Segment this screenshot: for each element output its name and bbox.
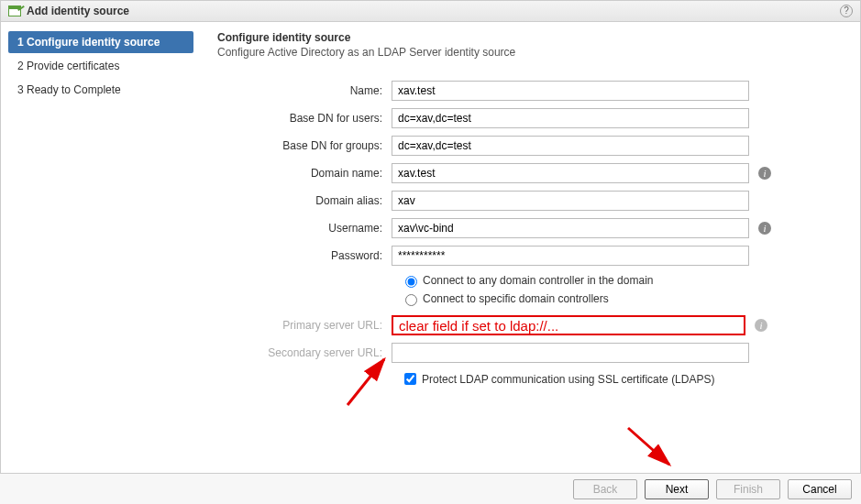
name-input[interactable] [392, 81, 749, 101]
ldaps-checkbox-label: Protect LDAP communication using SSL cer… [422, 373, 714, 386]
password-label: Password: [217, 249, 392, 262]
radio-any-domain-controller[interactable] [405, 276, 417, 288]
basedn-users-label: Base DN for users: [217, 112, 392, 125]
next-button[interactable]: Next [645, 479, 709, 499]
radio-any-label: Connect to any domain controller in the … [423, 274, 653, 287]
help-icon[interactable]: ? [840, 5, 853, 17]
radio-specific-label: Connect to specific domain controllers [423, 292, 609, 305]
primary-url-input[interactable] [392, 315, 745, 335]
step-configure-identity-source[interactable]: 1 Configure identity source [8, 31, 193, 53]
primary-url-label: Primary server URL: [217, 319, 392, 332]
domain-alias-input[interactable] [392, 191, 749, 211]
step-ready-to-complete[interactable]: 3 Ready to Complete [8, 79, 193, 101]
username-input[interactable] [392, 218, 749, 238]
ldaps-checkbox[interactable] [404, 373, 416, 385]
back-button: Back [573, 479, 637, 499]
info-icon[interactable]: i [755, 319, 767, 332]
secondary-url-input[interactable] [392, 343, 749, 363]
finish-button: Finish [716, 479, 780, 499]
info-icon[interactable]: i [758, 167, 771, 180]
wizard-steps: 1 Configure identity source 2 Provide ce… [1, 22, 201, 469]
domain-alias-label: Domain alias: [217, 194, 392, 207]
step-provide-certificates[interactable]: 2 Provide certificates [8, 55, 193, 77]
window-icon [8, 5, 21, 16]
domain-name-input[interactable] [392, 163, 749, 183]
basedn-groups-label: Base DN for groups: [217, 139, 392, 152]
info-icon[interactable]: i [758, 222, 771, 235]
page-title: Configure identity source [217, 31, 844, 44]
username-label: Username: [217, 222, 392, 235]
basedn-groups-input[interactable] [392, 136, 749, 156]
password-input[interactable] [392, 246, 749, 266]
name-label: Name: [217, 84, 392, 97]
cancel-button[interactable]: Cancel [788, 479, 852, 499]
footer: Back Next Finish Cancel [0, 473, 861, 504]
window-title: Add identity source [27, 5, 129, 17]
domain-name-label: Domain name: [217, 167, 392, 180]
secondary-url-label: Secondary server URL: [217, 346, 392, 359]
main-panel: Configure identity source Configure Acti… [201, 22, 860, 469]
basedn-users-input[interactable] [392, 108, 749, 128]
radio-specific-domain-controllers[interactable] [405, 294, 417, 306]
page-subtitle: Configure Active Directory as an LDAP Se… [217, 46, 844, 59]
